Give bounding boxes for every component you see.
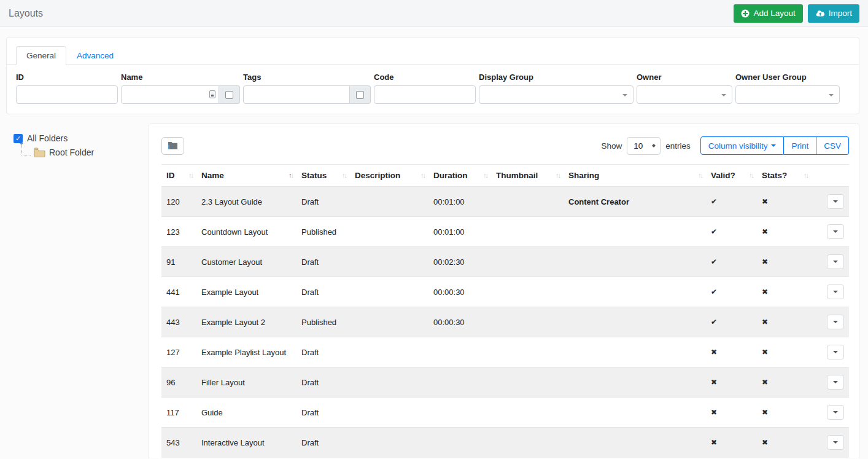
column-header-sharing[interactable]: Sharing↑↓ <box>564 165 706 187</box>
id-input[interactable] <box>16 85 118 104</box>
all-folders-checkbox[interactable]: ✓ <box>14 134 23 143</box>
tab-advanced[interactable]: Advanced <box>66 46 124 65</box>
name-exact-match-checkbox[interactable] <box>225 91 233 99</box>
cell-duration: 00:01:00 <box>428 217 491 247</box>
column-header-thumbnail[interactable]: Thumbnail↑↓ <box>491 165 564 187</box>
cell-description <box>350 187 428 217</box>
row-menu-button[interactable] <box>827 284 844 299</box>
chevron-down-icon <box>833 200 838 205</box>
display-group-select[interactable] <box>479 85 634 104</box>
cell-actions <box>812 247 849 277</box>
cell-name: Example Layout <box>196 277 296 307</box>
row-menu-button[interactable] <box>827 254 844 269</box>
column-header-id[interactable]: ID↑↓ <box>161 165 196 187</box>
column-header-status[interactable]: Status↑↓ <box>296 165 350 187</box>
cell-status: Draft <box>296 277 350 307</box>
owner-user-group-select[interactable] <box>735 85 840 104</box>
column-header-stats[interactable]: Stats?↑↓ <box>757 165 812 187</box>
cell-thumbnail <box>491 367 564 398</box>
cell-duration <box>428 428 491 458</box>
column-header-valid[interactable]: Valid?↑↓ <box>706 165 757 187</box>
code-input[interactable] <box>374 85 476 104</box>
row-menu-button[interactable] <box>827 435 844 450</box>
topbar: Layouts Add Layout Import <box>0 0 868 27</box>
tags-exact-match-addon <box>350 85 371 104</box>
column-label: Valid? <box>711 171 735 180</box>
cell-status: Draft <box>296 187 350 217</box>
cell-status: Draft <box>296 367 350 398</box>
folder-icon <box>34 147 45 157</box>
valid-cross-icon: ✖ <box>706 398 757 428</box>
cell-actions <box>812 337 849 367</box>
row-menu-button[interactable] <box>827 194 844 209</box>
cell-thumbnail <box>491 247 564 277</box>
column-header-description[interactable]: Description↑↓ <box>350 165 428 187</box>
page-size-select[interactable]: 10 <box>627 137 661 155</box>
tags-exact-match-checkbox[interactable] <box>356 91 364 99</box>
chevron-down-icon <box>833 381 838 386</box>
cell-name: Example Layout 2 <box>196 307 296 337</box>
cell-sharing <box>564 398 706 428</box>
import-label: Import <box>829 9 852 18</box>
cell-status: Draft <box>296 398 350 428</box>
table-row: 91Customer LayoutDraft00:02:30✔✖ <box>161 247 849 277</box>
row-menu-button[interactable] <box>827 315 844 329</box>
cell-name: Filler Layout <box>196 367 296 398</box>
chevron-down-icon <box>833 230 838 235</box>
cell-thumbnail <box>491 428 564 458</box>
owner-select[interactable] <box>637 85 732 104</box>
cell-duration: 00:02:30 <box>428 247 491 277</box>
import-button[interactable]: Import <box>808 4 859 23</box>
row-menu-button[interactable] <box>827 405 844 420</box>
column-label: Thumbnail <box>496 171 538 180</box>
code-field-label: Code <box>374 73 476 82</box>
sort-icon: ↑↓ <box>698 171 702 179</box>
cell-description <box>350 277 428 307</box>
autofill-icon <box>209 90 215 98</box>
tree-item-root-folder[interactable]: Root Folder <box>21 143 142 162</box>
stats-cross-icon: ✖ <box>757 187 812 217</box>
cell-name: Guide <box>196 398 296 428</box>
cell-id: 96 <box>161 367 196 398</box>
column-label: Name <box>201 171 224 180</box>
tags-input[interactable] <box>243 85 350 104</box>
add-layout-button[interactable]: Add Layout <box>734 4 802 23</box>
cell-name: Customer Layout <box>196 247 296 277</box>
cell-actions <box>812 307 849 337</box>
stats-cross-icon: ✖ <box>757 337 812 367</box>
print-button[interactable]: Print <box>784 136 816 155</box>
cell-thumbnail <box>491 307 564 337</box>
cell-name: Countdown Layout <box>196 217 296 247</box>
cell-duration: 00:01:00 <box>428 187 491 217</box>
column-visibility-button[interactable]: Column visibility <box>700 136 785 155</box>
csv-button[interactable]: CSV <box>816 136 849 155</box>
column-header-name[interactable]: Name↑↓ <box>196 165 296 187</box>
stepper-icon <box>652 142 656 149</box>
stats-cross-icon: ✖ <box>757 217 812 247</box>
cell-name: Example Playlist Layout <box>196 337 296 367</box>
name-input[interactable] <box>121 85 219 104</box>
cell-thumbnail <box>491 398 564 428</box>
cell-thumbnail <box>491 337 564 367</box>
cloud-upload-icon <box>815 9 825 17</box>
tab-general[interactable]: General <box>16 46 66 65</box>
layouts-table-card: Show 10 entries Column visibility Print … <box>149 124 859 458</box>
cell-thumbnail <box>491 277 564 307</box>
folder-tree-toggle-button[interactable] <box>161 137 184 155</box>
chevron-down-icon <box>833 441 838 446</box>
table-row: 443Example Layout 2Published00:00:30✔✖ <box>161 307 849 337</box>
cell-thumbnail <box>491 187 564 217</box>
cell-description <box>350 247 428 277</box>
column-header-duration[interactable]: Duration↑↓ <box>428 165 491 187</box>
row-menu-button[interactable] <box>827 224 844 239</box>
valid-check-icon: ✔ <box>706 217 757 247</box>
cell-duration <box>428 337 491 367</box>
table-row: 1202.3 Layout GuideDraft00:01:00Content … <box>161 187 849 217</box>
table-header-row: ID↑↓Name↑↓Status↑↓Description↑↓Duration↑… <box>161 165 849 187</box>
cell-status: Draft <box>296 337 350 367</box>
page-title: Layouts <box>9 8 43 19</box>
row-menu-button[interactable] <box>827 375 844 390</box>
cell-duration <box>428 367 491 398</box>
table-buttons: Column visibility Print CSV <box>700 136 849 155</box>
row-menu-button[interactable] <box>827 345 844 359</box>
